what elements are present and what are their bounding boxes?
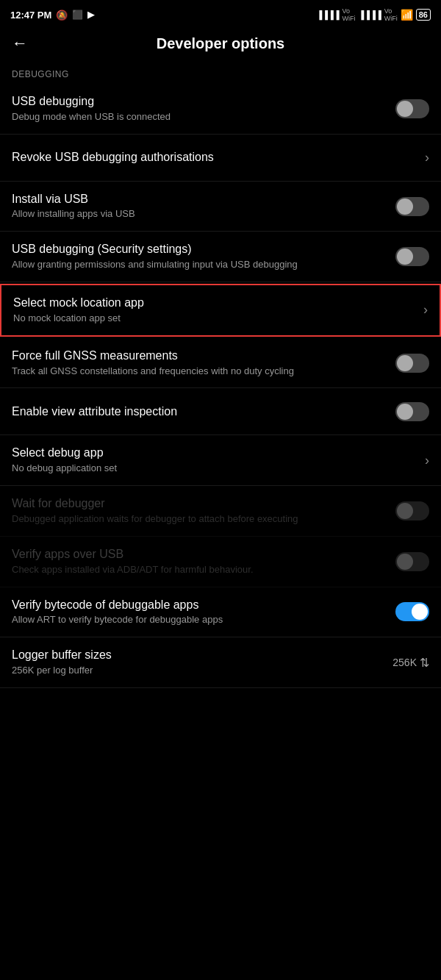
row-force-gnss[interactable]: Force full GNSS measurements Track all G…	[0, 338, 441, 389]
chevron-mock-location: ›	[423, 302, 428, 318]
status-right: ▐▐▐▐ VoWiFi ▐▐▐▐ VoWiFi 📶 86	[316, 7, 431, 22]
row-title-wait-debugger: Wait for debugger	[12, 496, 388, 512]
row-title-install-via-usb: Install via USB	[12, 192, 388, 207]
logger-stepper-icon[interactable]: ⇅	[420, 656, 429, 670]
toggle-thumb-usb-debugging	[397, 101, 413, 117]
row-content-verify-bytecode: Verify bytecode of debuggable apps Allow…	[12, 598, 395, 627]
cast-icon: ⬛	[72, 10, 83, 20]
row-title-view-attribute: Enable view attribute inspection	[12, 404, 388, 420]
row-subtitle-install-via-usb: Allow installing apps via USB	[12, 208, 388, 221]
row-content-verify-apps-usb: Verify apps over USB Check apps installe…	[12, 547, 395, 576]
row-subtitle-wait-debugger: Debugged application waits for debugger …	[12, 513, 388, 526]
toggle-usb-debugging-security[interactable]	[395, 247, 429, 266]
toggle-verify-apps-usb	[395, 552, 429, 571]
toggle-thumb-wait-debugger	[397, 503, 413, 519]
row-subtitle-usb-debugging: Debug mode when USB is connected	[12, 111, 388, 124]
row-content-select-debug-app: Select debug app No debug application se…	[12, 446, 425, 475]
row-content-view-attribute: Enable view attribute inspection	[12, 404, 395, 420]
row-subtitle-force-gnss: Track all GNSS constellations and freque…	[12, 365, 388, 378]
play-icon: ▶	[87, 10, 94, 20]
toggle-usb-debugging[interactable]	[395, 99, 429, 118]
status-bar: 12:47 PM 🔕 ⬛ ▶ ▐▐▐▐ VoWiFi ▐▐▐▐ VoWiFi 📶…	[0, 0, 441, 26]
row-title-verify-bytecode: Verify bytecode of debuggable apps	[12, 598, 388, 613]
page-title: Developer options	[40, 35, 401, 52]
toggle-verify-bytecode[interactable]	[395, 602, 429, 621]
row-verify-bytecode[interactable]: Verify bytecode of debuggable apps Allow…	[0, 587, 441, 638]
row-content-logger-buffer: Logger buffer sizes 256K per log buffer	[12, 648, 392, 677]
toggle-wait-debugger	[395, 501, 429, 521]
toggle-thumb-install-via-usb	[397, 198, 413, 215]
row-subtitle-usb-debugging-security: Allow granting permissions and simulatin…	[12, 259, 388, 271]
row-content-mock-location: Select mock location app No mock locatio…	[13, 296, 423, 325]
status-left: 12:47 PM 🔕 ⬛ ▶	[10, 10, 94, 21]
battery-level: 86	[419, 10, 428, 19]
wifi-icon: 📶	[401, 9, 413, 21]
battery-indicator: 86	[416, 9, 431, 21]
row-logger-buffer[interactable]: Logger buffer sizes 256K per log buffer …	[0, 637, 441, 688]
row-subtitle-logger-buffer: 256K per log buffer	[12, 665, 385, 677]
row-verify-apps-usb: Verify apps over USB Check apps installe…	[0, 537, 441, 587]
row-content-revoke-usb: Revoke USB debugging authorisations	[12, 150, 425, 165]
row-content-force-gnss: Force full GNSS measurements Track all G…	[12, 348, 395, 378]
row-title-logger-buffer: Logger buffer sizes	[12, 648, 385, 663]
signal-icon: ▐▐▐▐	[316, 10, 339, 19]
section-label-debugging: DEBUGGING	[0, 62, 441, 84]
vo-wifi2-icon: VoWiFi	[384, 7, 398, 22]
toggle-force-gnss[interactable]	[395, 354, 429, 373]
row-install-via-usb[interactable]: Install via USB Allow installing apps vi…	[0, 182, 441, 232]
time: 12:47 PM	[10, 10, 51, 21]
row-select-debug-app[interactable]: Select debug app No debug application se…	[0, 435, 441, 486]
row-title-mock-location: Select mock location app	[13, 296, 416, 311]
row-title-usb-debugging: USB debugging	[12, 94, 388, 110]
toggle-install-via-usb[interactable]	[395, 197, 429, 216]
toggle-thumb-usb-debugging-security	[397, 248, 413, 265]
toggle-view-attribute[interactable]	[395, 402, 429, 421]
toggle-thumb-force-gnss	[397, 355, 413, 371]
row-wait-debugger: Wait for debugger Debugged application w…	[0, 486, 441, 537]
row-title-usb-debugging-security: USB debugging (Security settings)	[12, 242, 388, 257]
row-value-logger-buffer[interactable]: 256K ⇅	[392, 656, 429, 670]
row-revoke-usb[interactable]: Revoke USB debugging authorisations ›	[0, 135, 441, 182]
section-debugging: DEBUGGING USB debugging Debug mode when …	[0, 62, 441, 688]
row-content-wait-debugger: Wait for debugger Debugged application w…	[12, 496, 395, 526]
chevron-select-debug-app: ›	[425, 453, 429, 468]
row-subtitle-verify-apps-usb: Check apps installed via ADB/ADT for har…	[12, 564, 388, 576]
row-usb-debugging[interactable]: USB debugging Debug mode when USB is con…	[0, 84, 441, 135]
row-subtitle-select-debug-app: No debug application set	[12, 462, 417, 475]
row-title-force-gnss: Force full GNSS measurements	[12, 348, 388, 364]
row-title-select-debug-app: Select debug app	[12, 446, 417, 461]
back-button[interactable]: ←	[12, 34, 28, 53]
vo-wifi-icon: VoWiFi	[343, 7, 356, 22]
chevron-revoke-usb: ›	[425, 150, 429, 165]
row-usb-debugging-security[interactable]: USB debugging (Security settings) Allow …	[0, 232, 441, 282]
row-title-revoke-usb: Revoke USB debugging authorisations	[12, 150, 417, 165]
row-view-attribute[interactable]: Enable view attribute inspection	[0, 388, 441, 435]
row-subtitle-verify-bytecode: Allow ART to verify bytecode for debugga…	[12, 614, 388, 626]
row-content-install-via-usb: Install via USB Allow installing apps vi…	[12, 192, 395, 221]
row-title-verify-apps-usb: Verify apps over USB	[12, 547, 388, 562]
row-mock-location[interactable]: Select mock location app No mock locatio…	[0, 284, 441, 337]
row-subtitle-mock-location: No mock location app set	[13, 312, 416, 325]
toggle-thumb-verify-bytecode	[412, 604, 428, 620]
alarm-off-icon: 🔕	[56, 10, 68, 21]
signal2-icon: ▐▐▐▐	[359, 10, 381, 19]
row-content-usb-debugging-security: USB debugging (Security settings) Allow …	[12, 242, 395, 271]
logger-value-text: 256K	[392, 657, 417, 668]
toggle-thumb-view-attribute	[397, 404, 413, 420]
row-content-usb-debugging: USB debugging Debug mode when USB is con…	[12, 94, 395, 124]
header: ← Developer options	[0, 26, 441, 62]
toggle-thumb-verify-apps-usb	[397, 554, 413, 570]
